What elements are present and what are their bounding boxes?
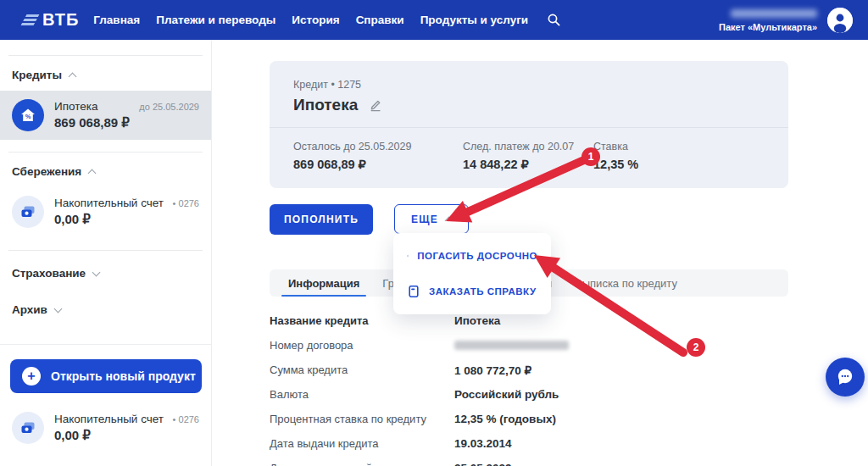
stat-value: 12,35 % [593,158,765,171]
vtb-logo-text: ВТБ [42,10,79,30]
top-navigation-bar: ВТБ Главная Платежи и переводы История С… [0,0,868,40]
stat-label: Ставка [593,141,765,153]
tab-information[interactable]: Информация [288,277,359,290]
section-label: Кредиты [12,69,62,81]
chat-button[interactable] [826,358,865,397]
sidebar-section-archive[interactable]: Архив [0,289,211,325]
item-number: • 0276 [173,414,199,424]
stat-value: 14 848,22 ₽ [463,158,593,171]
more-button-label: ЕЩЕ [411,214,438,225]
edit-name-button[interactable] [369,98,382,112]
user-info[interactable]: Пакет «Мультикарта» [719,8,817,32]
section-label: Страхование [12,267,86,280]
row-label: Сумма кредита [270,363,454,376]
item-amount: 0,00 ₽ [54,428,199,443]
open-new-product-label: Открыть новый продукт [51,369,196,383]
user-avatar[interactable] [827,8,853,33]
user-name-redacted [731,9,817,18]
annotation-badge-1: 1 [581,147,600,166]
mortgage-icon: % [12,99,44,131]
table-row: Дата окончания действия 25.05.2029 [270,456,788,466]
stat-label: Осталось до 25.05.2029 [293,141,463,153]
sidebar-section-savings[interactable]: Сбережения [0,153,211,187]
main-content: Кредит • 1275 Ипотека Осталось до 25.05.… [270,40,788,466]
vtb-logo-stripes-icon [21,14,40,25]
nav-item-history[interactable]: История [292,14,339,26]
chat-icon [834,366,856,388]
sidebar-item-savings-account-2[interactable]: Накопительный счет • 0276 0,00 ₽ [0,403,211,452]
chevron-up-icon [69,73,77,81]
section-label: Архив [12,303,47,316]
section-label: Сбережения [12,165,81,178]
credit-title: Ипотека [293,96,358,114]
nav-item-products[interactable]: Продукты и услуги [420,14,528,26]
divider [0,344,211,345]
row-value: Российский рубль [454,388,559,401]
table-row: Номер договора [270,333,788,358]
row-label: Дата выдачи кредита [270,437,454,450]
more-dropdown-menu: ПОГАСИТЬ ДОСРОЧНО ЗАКАЗАТЬ СПРАВКУ [393,233,551,314]
table-row: Валюта Российский рубль [270,382,788,407]
chevron-up-icon [444,217,453,225]
svg-text:%: % [25,113,31,120]
credit-summary-card: Кредит • 1275 Ипотека Осталось до 25.05.… [270,61,788,188]
early-repayment-icon [407,249,409,263]
chevron-up-icon [88,169,97,178]
contract-number-redacted [454,341,569,350]
row-label: Валюта [270,388,454,401]
row-value: 1 080 772,70 ₽ [454,363,531,377]
tab-credit-statement[interactable]: Выписка по кредиту [575,277,677,290]
menu-item-label: ПОГАСИТЬ ДОСРОЧНО [417,251,537,261]
item-number: • 0276 [173,198,199,208]
stat-label: След. платеж до 20.07 [463,141,593,153]
account-icon [12,412,44,444]
pencil-icon [369,98,382,112]
vtb-logo[interactable]: ВТБ [24,10,79,30]
topup-button[interactable]: ПОПОЛНИТЬ [270,204,373,235]
stat-value: 869 068,89 ₽ [293,158,463,171]
item-title: Накопительный счет [54,413,164,425]
more-button[interactable]: ЕЩЕ [394,204,469,234]
row-label: Номер договора [270,339,454,352]
table-row: Дата выдачи кредита 19.03.2014 [270,431,788,456]
row-value: 19.03.2014 [454,437,512,450]
annotation-badge-2: 2 [687,338,705,357]
account-icon [12,196,44,228]
sidebar-section-insurance[interactable]: Страхование [0,251,211,289]
item-amount: 869 068,89 ₽ [54,115,199,130]
item-title: Ипотека [54,100,97,113]
search-button[interactable] [547,13,561,27]
nav-item-certificates[interactable]: Справки [356,14,404,26]
row-value: 25.05.2029 [454,462,512,466]
sidebar-section-credits[interactable]: Кредиты [0,56,211,91]
credit-info-table: Название кредита Ипотека Номер договора … [270,308,788,466]
item-title: Накопительный счет [54,197,164,209]
chevron-down-icon [92,268,101,276]
item-due-date: до 25.05.2029 [139,102,199,112]
nav-item-home[interactable]: Главная [93,14,140,26]
menu-item-early-repayment[interactable]: ПОГАСИТЬ ДОСРОЧНО [393,238,551,274]
certificate-icon [407,285,420,298]
menu-item-order-certificate[interactable]: ЗАКАЗАТЬ СПРАВКУ [393,274,551,309]
sidebar-item-savings-account[interactable]: Накопительный счет • 0276 0,00 ₽ [0,187,211,236]
open-new-product-button[interactable]: + Открыть новый продукт [10,359,202,393]
credit-number-label: Кредит • 1275 [293,79,765,91]
person-icon [827,8,853,33]
row-value: Ипотека [454,314,500,327]
row-label: Процентная ставка по кредиту [270,413,454,425]
search-icon [547,13,561,27]
nav-item-payments[interactable]: Платежи и переводы [156,14,275,26]
row-label: Название кредита [270,314,454,327]
table-row: Сумма кредита 1 080 772,70 ₽ [270,358,788,382]
menu-item-label: ЗАКАЗАТЬ СПРАВКУ [429,286,537,297]
plus-icon: + [22,367,41,386]
sidebar: Кредиты % Ипотека до 25.05.2029 869 068,… [0,40,212,466]
item-amount: 0,00 ₽ [54,212,199,227]
user-package-label: Пакет «Мультикарта» [719,22,817,32]
table-row: Процентная ставка по кредиту 12,35 % (го… [270,407,788,431]
sidebar-item-mortgage[interactable]: % Ипотека до 25.05.2029 869 068,89 ₽ [0,91,211,140]
main-nav: Главная Платежи и переводы История Справ… [93,14,528,26]
row-value: 12,35 % (годовых) [454,413,556,425]
row-label: Дата окончания действия [270,462,454,466]
chevron-down-icon [53,304,62,313]
